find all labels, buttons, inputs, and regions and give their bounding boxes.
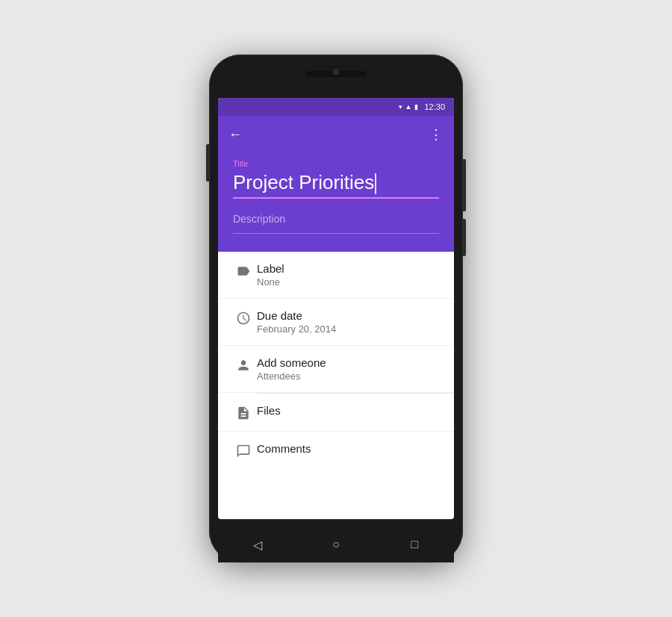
due-date-item-text: Due date February 20, 2014 xyxy=(257,309,442,335)
list-item-due-date[interactable]: Due date February 20, 2014 xyxy=(218,299,454,346)
add-someone-item-text: Add someone Attendees xyxy=(257,356,442,382)
label-item-title: Label xyxy=(257,262,442,275)
title-input-row: Project Priorities xyxy=(233,171,439,199)
list-item-label[interactable]: Label None xyxy=(218,252,454,299)
nav-recent-button[interactable]: □ xyxy=(403,533,426,556)
list-item-files[interactable]: Files xyxy=(218,394,454,432)
wifi-icon: ▾ xyxy=(399,104,402,111)
nav-back-button[interactable]: ◁ xyxy=(246,533,269,556)
files-item-title: Files xyxy=(257,404,442,417)
due-date-item-subtitle: February 20, 2014 xyxy=(257,323,442,335)
phone-camera xyxy=(331,66,341,77)
comments-item-title: Comments xyxy=(257,442,442,455)
signal-icon: ▲ xyxy=(405,104,412,111)
title-text-value: Project Priorities xyxy=(233,171,374,193)
add-someone-item-title: Add someone xyxy=(257,356,442,369)
add-someone-item-subtitle: Attendees xyxy=(257,370,442,382)
comment-icon xyxy=(230,444,257,459)
file-icon xyxy=(230,406,257,421)
power-button xyxy=(463,159,466,211)
files-item-text: Files xyxy=(257,404,442,417)
title-label: Title xyxy=(233,159,439,168)
due-date-item-title: Due date xyxy=(257,309,442,322)
list-item-comments[interactable]: Comments xyxy=(218,432,454,469)
volume-down-button xyxy=(463,219,466,256)
text-cursor xyxy=(375,173,376,194)
list-item-add-someone[interactable]: Add someone Attendees xyxy=(218,346,454,393)
comments-item-text: Comments xyxy=(257,442,442,455)
title-field[interactable]: Project Priorities xyxy=(233,171,439,199)
phone-screen: ▾ ▲ ▮ 12:30 ← ⋮ Title Project Priorities… xyxy=(218,98,454,519)
status-bar: ▾ ▲ ▮ 12:30 xyxy=(218,98,454,116)
header-section: Title Project Priorities Description xyxy=(218,153,454,252)
label-icon xyxy=(230,264,257,279)
clock-icon xyxy=(230,311,257,326)
nav-home-button[interactable]: ○ xyxy=(325,533,347,556)
volume-button xyxy=(206,144,209,182)
nav-bar: ◁ ○ □ xyxy=(218,527,454,562)
status-time: 12:30 xyxy=(424,102,445,111)
more-menu-button[interactable]: ⋮ xyxy=(429,126,444,143)
content-section: Label None Due date February 20, 2014 xyxy=(218,252,454,469)
app-bar: ← ⋮ xyxy=(218,116,454,153)
back-button[interactable]: ← xyxy=(228,127,242,143)
status-icons: ▾ ▲ ▮ 12:30 xyxy=(399,102,445,111)
phone-device: ▾ ▲ ▮ 12:30 ← ⋮ Title Project Priorities… xyxy=(209,55,463,562)
label-item-text: Label None xyxy=(257,262,442,288)
description-row[interactable]: Description xyxy=(233,212,439,234)
person-icon xyxy=(230,358,257,373)
label-item-subtitle: None xyxy=(257,276,442,288)
description-placeholder: Description xyxy=(233,213,285,225)
battery-icon: ▮ xyxy=(414,104,418,111)
